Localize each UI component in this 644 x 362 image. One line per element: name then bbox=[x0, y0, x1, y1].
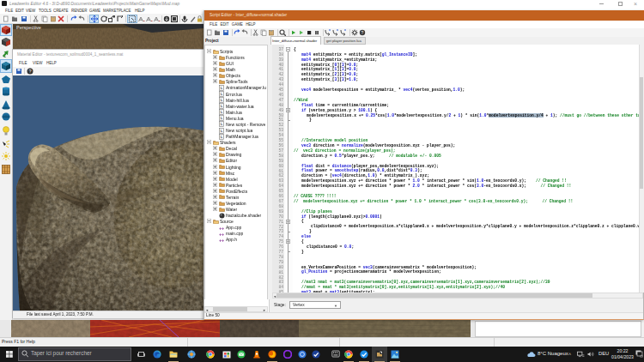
svg-text:+: + bbox=[222, 231, 224, 236]
svg-text:?: ? bbox=[361, 30, 364, 35]
svg-text:+: + bbox=[222, 237, 224, 242]
svg-text:+: + bbox=[222, 225, 224, 230]
svg-text:?: ? bbox=[28, 69, 31, 74]
